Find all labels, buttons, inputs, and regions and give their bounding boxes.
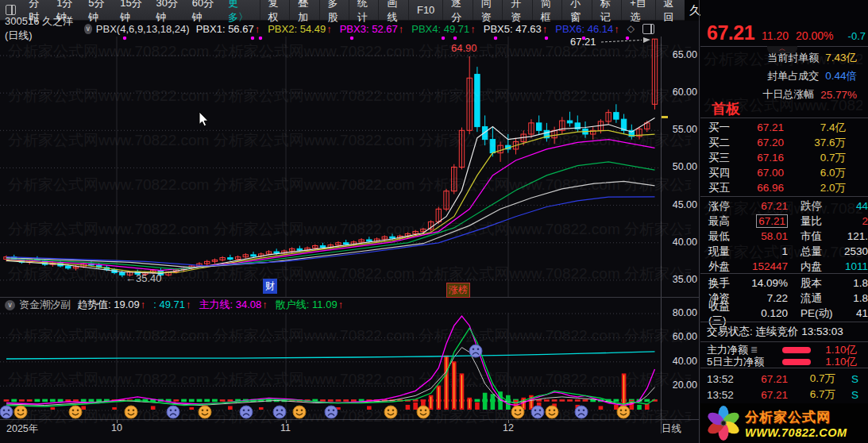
limit-up-info-box: ︿ 首板 当前封单额7.43亿封单占成交0.44倍十日总涨幅25.77% [700,46,868,117]
pbx-field-6: PBX6: 46.14↑ [555,23,619,35]
bid-label: 买四 [708,166,743,180]
toolbar-button-8[interactable]: 同资 [473,0,502,20]
bid-label: 买二 [708,136,743,150]
price-axis-label: 40.00 [664,237,697,248]
quote-label: 量比 [800,214,840,229]
quote-label: 涨停 [708,199,743,214]
quote-value: 152447 [743,260,788,272]
fund-label: 5日主力净额 [707,355,764,369]
seal-label: 十日总涨幅 [762,87,814,102]
sub-field-label: 散户线: [276,299,312,310]
time-axis-label: 10 [111,422,122,433]
toolbar-button-7[interactable]: 逐分 [442,0,472,20]
bid-row[interactable]: 买五66.962.0万 [700,180,868,195]
quote-value: 58.01 [743,230,788,242]
side-panel-toggle-icon[interactable] [642,24,654,34]
quote-grid-1: 涨停67.21跌停44最高67.21量比2最低58.01市值121.现量1总量2… [700,196,868,273]
bid-row[interactable]: 买四67.006.0万 [700,165,868,180]
quote-label: 内盘 [800,260,840,274]
quote-value: 1011 [840,260,868,272]
price-axis-label: 35.00 [664,274,697,285]
diamond-icon[interactable]: ◇ [627,23,635,34]
price-axis-label: 55.00 [664,124,697,135]
event-badge-cai[interactable]: 财 [263,279,277,294]
first-board-label: 首板 [712,99,740,118]
quote-row: 最高67.21量比2 [700,214,868,229]
sub-axis-label: 80.00 [664,307,697,318]
sad-face-icon [531,406,544,418]
sad-face-icon [325,406,338,418]
toolbar-button-3[interactable]: 多股 [319,0,349,20]
quote-value-text: 67.21 [761,200,788,212]
bid-price: 67.20 [743,137,784,148]
sub-axis-label: 60.00 [664,331,697,342]
bid-amount: 7.4亿 [784,121,846,135]
quote-grid-2: 换手14.09%股本1.8净资7.22流通1.8收益(三)0.120PE(动)4… [700,273,868,322]
quote-row: 最低58.01市值121. [700,229,868,244]
toolbar: 分时1分钟5分钟15分钟30分钟60分钟 更多〉 复权叠加多股统计画线F10逐分… [0,0,685,21]
sub-field-4: 散户线: 11.09↑ [276,299,343,310]
quote-value: 1 [743,245,788,257]
toolbar-button-1[interactable]: 复权 [260,0,289,20]
quote-value: 41 [840,307,868,319]
quote-value: 1.8 [840,292,868,304]
flower-logo-icon [705,405,742,441]
trading-terminal: 分时1分钟5分钟15分钟30分钟60分钟 更多〉 复权叠加多股统计画线F10逐分… [0,0,868,443]
sub-field-label: 主力线: [199,299,236,310]
quote-value: 1.8 [840,277,868,289]
quote-value-text: 7.22 [767,292,788,304]
pbx-label: PBX5: [484,23,515,35]
quote-value-text: 14.09% [751,277,788,289]
extra-value: -0.7 [848,30,866,42]
tick-time: 13:52 [707,373,739,385]
collapse-sub-icon[interactable]: ∨ [5,300,15,310]
toolbar-button-5[interactable]: 画线 [378,0,407,20]
bid-row[interactable]: 买二67.2037.6万 [700,135,868,150]
toolbar-buttons: 复权叠加多股统计画线F10逐分同资开资简框小窗标记+自选返回 [260,0,685,20]
quote-value-text: 58.01 [761,230,788,242]
event-badge-rank[interactable]: 涨榜 [446,283,470,298]
bid-price: 67.16 [743,152,784,164]
collapse-tab[interactable]: ︿ [767,46,797,53]
price-axis-label: 60.00 [664,87,697,98]
happy-face-icon [199,406,211,418]
toolbar-button-6[interactable]: F10 [408,0,442,20]
quote-value-text: 67.21 [756,214,788,228]
bid-price: 67.00 [743,167,784,179]
pbx-values: PBX1: 56.67↑PBX2: 54.49↑PBX3: 52.67↑PBX4… [196,23,627,35]
detail-list-icon[interactable]: ≣ [750,345,758,355]
tick-volume: 0.7万 [788,372,835,386]
fund-tide-sub-chart[interactable] [0,313,661,422]
bid-row[interactable]: 买一67.217.4亿 [700,120,868,135]
toolbar-button-2[interactable]: 叠加 [289,0,318,20]
toolbar-button-13[interactable]: +自选 [621,0,654,20]
sad-face-icon [240,406,253,418]
bid-row[interactable]: 买三67.160.7万 [700,150,868,165]
toolbar-button-4[interactable]: 统计 [349,0,378,20]
toolbar-button-11[interactable]: 小窗 [561,0,591,20]
sub-field-label: 趋势值: [77,299,114,310]
happy-face-icon [14,406,27,418]
seal-value: 0.44倍 [825,69,857,83]
main-candlestick-chart[interactable]: 64.9067.21←35.40 [0,37,661,297]
happy-face-icon [69,406,82,418]
toolbar-button-12[interactable]: 标记 [592,0,621,20]
price-change-pct: 20.00% [796,29,833,42]
time-axis-label: 日线 [662,422,681,436]
toolbar-button-10[interactable]: 简框 [532,0,561,20]
bid-label: 买一 [708,121,743,135]
tick-row: 13:5267.216.7万S [700,387,868,403]
pbx-field-5: PBX5: 47.63↑ [484,23,548,35]
toolbar-button-14[interactable]: 返回 [655,0,685,20]
sad-face-icon [0,406,13,418]
collapse-indicator-icon[interactable]: ∨ [84,24,92,34]
main-funds: 主力净额≣1.10亿5日主力净额1.10亿 [700,341,868,368]
quote-value-text: 152447 [752,260,788,272]
price-axis-label: 45.00 [664,199,697,210]
time-axis: 2025年101112日线 [0,419,700,443]
svg-text:←35.40: ←35.40 [125,272,162,284]
quote-value: 67.21 [743,200,788,212]
quote-label: 外盘 [708,260,743,274]
sub-field-1: 趋势值: 19.09↑ [77,299,145,310]
toolbar-button-9[interactable]: 开资 [502,0,531,20]
